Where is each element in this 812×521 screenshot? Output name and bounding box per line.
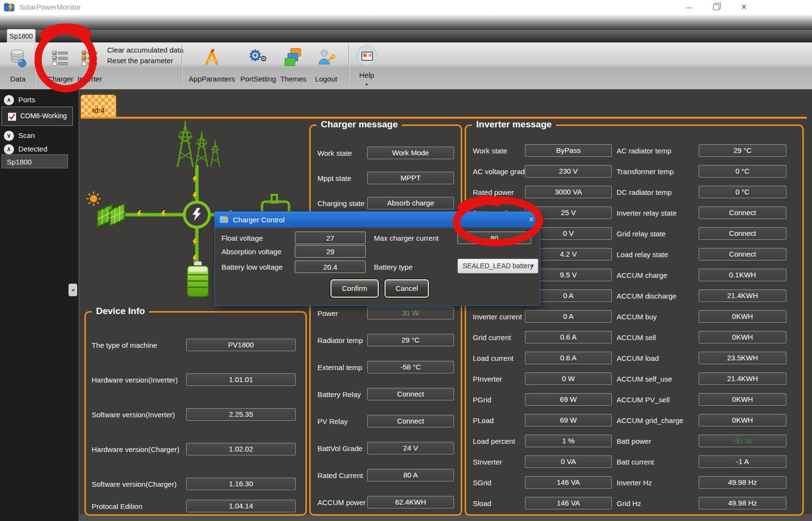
help-button[interactable]: Help ▼ xyxy=(353,44,380,87)
field-label: Inverter Hz xyxy=(617,478,652,486)
ribbon-separator xyxy=(181,44,182,86)
field-label: Rated power xyxy=(473,188,514,196)
field-label: Load relay state xyxy=(617,250,668,258)
charger-row: Mppt stateMPPT xyxy=(311,165,461,191)
charger-row: External temp-58 °C xyxy=(311,354,461,381)
detected-device-item[interactable]: Sp1800 xyxy=(1,154,68,168)
ribbon-tab-sp1800[interactable]: Sp1800 xyxy=(7,29,36,43)
field-value-box: Connect xyxy=(367,388,454,400)
field-value-box: Connect xyxy=(367,415,454,427)
device-info-row: Software version(Charger)1.16.30 xyxy=(86,466,305,501)
inverter-row: PLoad69 WACCUM grid_charge0KWH xyxy=(466,410,802,430)
restore-icon-front xyxy=(713,4,719,10)
field-value-box: -31 W xyxy=(699,435,786,447)
minimize-button[interactable]: — xyxy=(676,0,702,14)
sidebar-section-scan[interactable]: ∨ Scan xyxy=(0,131,79,142)
field-label: PV Relay xyxy=(317,417,348,425)
field-value-box: 24 V xyxy=(367,442,454,454)
app-window: SolarPowerMonitor — ✕ Sp1800 Data xyxy=(0,0,812,521)
field-label: AC radiator temp xyxy=(617,146,671,154)
logout-person-icon xyxy=(317,47,335,69)
battery-type-dropdown[interactable]: SEALED_LEAD battery ▼ xyxy=(457,259,538,274)
field-label: Inverter current xyxy=(473,312,522,320)
port-setting-label: PortSetting xyxy=(239,75,277,83)
field-value-box: 0KWH xyxy=(699,310,786,323)
com-port-item[interactable]: COM6-Working xyxy=(1,107,73,126)
field-value-box: 146 VA xyxy=(525,497,612,509)
device-info-row: Hardware version(Inverter)1.01.01 xyxy=(86,362,305,397)
charger-row: Radiator temp29 °C xyxy=(311,327,461,354)
sidebar-section-ports[interactable]: ∧ Ports xyxy=(0,95,79,107)
field-label: PGrid xyxy=(473,395,491,403)
battery-type-label: Battery type xyxy=(374,263,413,271)
device-info-row: The type of machinePV1800 xyxy=(86,328,305,362)
device-tab-id4[interactable]: Id:4 xyxy=(81,95,116,118)
charger-row: Rated Current80 A xyxy=(311,462,461,489)
field-label: ACCUM buy xyxy=(617,312,657,320)
field-label: Rated Current xyxy=(317,471,363,480)
field-value-box: 0 °C xyxy=(699,165,786,178)
themes-label: Themes xyxy=(280,75,307,83)
field-value-box: Absorb charge xyxy=(367,197,454,209)
logout-button[interactable]: Logout xyxy=(311,44,342,87)
field-value-box: 1.16.30 xyxy=(186,478,296,490)
sun-icon xyxy=(86,192,101,206)
dialog-title-bar[interactable]: Charger Control ✕ xyxy=(215,212,540,228)
help-dropdown-arrow[interactable]: ▼ xyxy=(353,82,380,87)
inverter-node-icon xyxy=(184,202,209,227)
app-parameters-button[interactable]: AppParamters xyxy=(187,44,236,87)
field-value-box: 230 V xyxy=(525,165,612,178)
clear-accumulated-data-link[interactable]: Clear accumulated data xyxy=(107,46,183,54)
field-value-box: 0 A xyxy=(525,310,612,323)
max-charger-current-input[interactable] xyxy=(457,232,531,244)
confirm-button[interactable]: Confirm xyxy=(330,279,379,298)
charger-row: BattVol Grade24 V xyxy=(311,435,461,462)
field-value-box: 21.4KWH xyxy=(699,372,786,385)
field-label: Software version(Inverter) xyxy=(92,411,175,419)
checkbox-checked[interactable] xyxy=(8,112,16,121)
app-logo-icon xyxy=(4,2,15,12)
battery-low-voltage-label: Battery low voltage xyxy=(221,263,283,271)
float-voltage-label: Float voltage xyxy=(221,234,263,242)
app-parameters-icon xyxy=(203,47,221,69)
field-label: Battery Relay xyxy=(317,390,361,398)
field-label: AC voltage grade xyxy=(473,167,529,175)
cancel-button[interactable]: Cancel xyxy=(385,279,429,298)
inverter-row: Grid current0.6 AACCUM sell0KWH xyxy=(466,327,802,347)
battery-low-voltage-input[interactable] xyxy=(295,260,366,273)
close-button[interactable]: ✕ xyxy=(731,0,757,14)
field-label: BattVol Grade xyxy=(317,444,362,452)
field-label: ACCUM self_use xyxy=(617,374,672,383)
sidebar-collapse-handle[interactable]: ◄ xyxy=(69,284,77,296)
absorption-voltage-input[interactable] xyxy=(295,245,366,258)
field-label: ACCUM sell xyxy=(617,333,656,341)
database-icon xyxy=(9,47,27,69)
gear-icon: ⚙ ⚙ xyxy=(248,47,269,69)
charger-button[interactable]: Charger xyxy=(46,44,74,87)
field-label: ACCUM discharge xyxy=(617,291,676,300)
field-label: Hardware version(Inverter) xyxy=(92,376,178,384)
restore-button[interactable] xyxy=(704,0,729,14)
inverter-rows: Work stateByPassAC radiator temp29 °CAC … xyxy=(466,140,802,513)
field-value-box: 29 °C xyxy=(367,334,454,346)
inverter-button[interactable]: Inverter xyxy=(76,44,103,87)
field-label: PInverter xyxy=(473,374,502,383)
field-value-box: 0KWH xyxy=(699,331,786,343)
port-setting-button[interactable]: ⚙ ⚙ PortSetting xyxy=(239,44,277,87)
dialog-close-icon[interactable]: ✕ xyxy=(528,212,534,228)
charger-button-label: Charger xyxy=(46,75,74,83)
transmission-towers-icon xyxy=(178,121,220,167)
inverter-row: SGrid146 VAInverter Hz49.98 Hz xyxy=(466,472,802,493)
window-title: SolarPowerMonitor xyxy=(19,0,81,14)
ribbon-separator xyxy=(35,44,36,86)
field-value-box: 1.04.14 xyxy=(186,500,296,512)
data-button[interactable]: Data xyxy=(4,44,32,87)
field-value-box: 80 A xyxy=(367,469,454,481)
themes-icon xyxy=(284,47,303,69)
absorption-voltage-label: Absorption voltage xyxy=(221,247,281,256)
reset-parameter-link[interactable]: Reset the parameter xyxy=(107,56,173,65)
inverter-row: Load percent1 %Batt power-31 W xyxy=(466,430,802,451)
themes-button[interactable]: Themes xyxy=(280,44,307,87)
float-voltage-input[interactable] xyxy=(295,232,366,244)
field-label: Load current xyxy=(473,354,513,362)
